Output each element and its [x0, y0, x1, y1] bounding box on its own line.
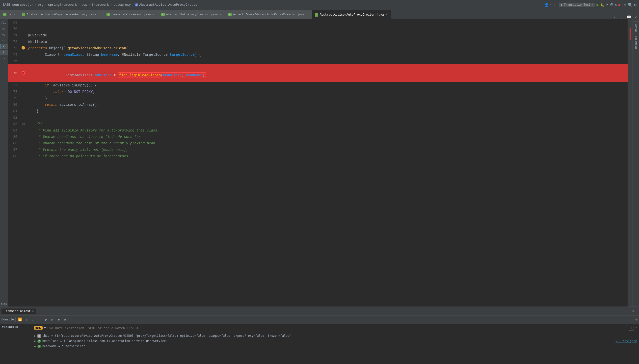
toolbar-icon-3[interactable]: ↓: [30, 317, 36, 322]
bottom-tab-bar: TransactionTest × ⚙ −: [0, 307, 639, 316]
eval-input[interactable]: [47, 326, 627, 330]
settings-gear[interactable]: ⚙: [632, 309, 634, 313]
code-80: return advisors.toArray();: [26, 102, 628, 108]
code-line-75: 75: [8, 58, 628, 64]
var-toggle-beanclass[interactable]: ▶: [34, 340, 36, 343]
breadcrumb-org[interactable]: org: [38, 3, 44, 7]
navigate-link-beanclass[interactable]: ... Navigate: [616, 339, 637, 343]
gutter-69: [20, 19, 26, 26]
toolbar-icon-5[interactable]: ↻: [43, 317, 48, 322]
line-num-78: 78: [8, 89, 20, 95]
eval-expand-button[interactable]: ▾: [635, 326, 637, 330]
breadcrumb-autoproxy[interactable]: autoproxy: [114, 3, 131, 7]
tab-1-close[interactable]: ×: [13, 13, 16, 16]
tab-2[interactable]: C AbstractAutowireCapableBeanFactory.jav…: [19, 10, 104, 19]
tab-4[interactable]: C AbstractAutoProxyCreator.java ×: [158, 10, 225, 19]
breadcrumb-framework[interactable]: framework: [92, 3, 109, 7]
database-tab[interactable]: Database: [634, 34, 638, 51]
restore-layout-button[interactable]: ⊡: [636, 318, 638, 322]
var-row-this[interactable]: ▶ ≡ this = {InfrastructureAdvisorAutoPro…: [32, 333, 639, 338]
gutter-73: [20, 45, 26, 52]
tab-5-close[interactable]: ×: [306, 13, 308, 16]
debug-tab-close[interactable]: ×: [32, 310, 34, 313]
breadcrumb-aop[interactable]: aop: [82, 3, 87, 7]
right-scroll-area: [628, 19, 632, 306]
sidebar-item-7[interactable]: tx: [2, 56, 6, 61]
checkmark-icon[interactable]: ✓: [633, 15, 639, 19]
tab-6-close[interactable]: ×: [386, 13, 388, 17]
bc-sep-2: ›: [45, 3, 47, 7]
scroll-indicator[interactable]: [630, 28, 631, 40]
code-84: * Find all eligible Advisors for auto-pr…: [26, 127, 628, 134]
breakpoint-red-76[interactable]: [22, 71, 25, 74]
bc-sep-5: ›: [110, 3, 112, 7]
profile-button[interactable]: ⏱: [610, 3, 613, 7]
settings-button[interactable]: ⚙: [634, 2, 636, 8]
tab-more-button[interactable]: ⋮: [618, 15, 625, 19]
toolbar-icon-table[interactable]: ⊞: [56, 317, 61, 322]
toolbar-icon-4[interactable]: ↑: [36, 317, 42, 322]
variables-sidebar: Variables: [0, 324, 32, 364]
sidebar-item-4[interactable]: so: [2, 38, 6, 43]
gutter-71: [20, 32, 26, 39]
breadcrumb-class[interactable]: AbstractAdvisorAutoProxyCreator: [139, 3, 199, 7]
highlighted-call: findEligibleAdvisors(beanClass, beanName…: [118, 72, 206, 78]
sidebar-item-uries[interactable]: ries: [0, 302, 7, 306]
tab-5[interactable]: C AspectJAwareAdvisorAutoProxyCreator.ja…: [225, 10, 312, 19]
sidebar-item-6[interactable]: C: [0, 50, 8, 55]
var-row-beanclass[interactable]: ▶ P beanClass = {Class@1833} "class com.…: [32, 338, 639, 344]
sidebar-item-3[interactable]: my: [2, 32, 6, 37]
filter-icon[interactable]: ▼: [44, 326, 46, 330]
debug-tab-text: TransactionTest: [4, 310, 31, 313]
code-78: return DO_NOT_PROXY;: [26, 89, 628, 95]
tab-overflow-button[interactable]: ▾: [612, 15, 618, 19]
console-label[interactable]: Console: [2, 318, 14, 322]
tab-1-label: .a: [8, 13, 12, 16]
bottom-panel: TransactionTest × ⚙ − Console ⏫ ↑ ↓ ↑ ↻ …: [0, 306, 639, 364]
toolbar-icon-1[interactable]: ⏫: [17, 317, 22, 322]
tab-1[interactable]: C .a ×: [0, 10, 19, 19]
stop-button[interactable]: ■: [618, 3, 621, 7]
tab-1-icon: C: [3, 13, 6, 16]
line-num-76: 76: [8, 64, 20, 82]
minimize-panel[interactable]: −: [636, 309, 638, 313]
tab-3-icon: I: [106, 13, 110, 16]
var-beanname-text: beanName = "userService": [42, 344, 637, 348]
sidebar-item-5[interactable]: C: [0, 44, 8, 49]
bookmark-icon[interactable]: 📖: [625, 15, 633, 19]
tab-2-close[interactable]: ×: [98, 13, 100, 16]
bc-sep-3: ›: [78, 3, 80, 7]
tab-3-close[interactable]: ×: [152, 13, 155, 16]
sidebar-item-2[interactable]: ac: [2, 26, 6, 31]
breakpoint-orange-73[interactable]: [22, 46, 25, 50]
breadcrumb-jar[interactable]: EASE-sources.jar: [2, 3, 34, 7]
tab-3[interactable]: I BeanPostProcessor.java ×: [104, 10, 158, 19]
user-settings-button[interactable]: 👤 ▾: [544, 3, 551, 7]
toolbar-icon-6[interactable]: ⇄: [49, 317, 55, 322]
tab-4-close[interactable]: ×: [219, 13, 222, 16]
coverage-button[interactable]: ☂: [606, 3, 608, 7]
left-sidebar: /ld ac my so C C tx ries: [0, 19, 8, 306]
var-toggle-beanname[interactable]: ▶: [34, 345, 36, 348]
var-toggle-this[interactable]: ▶: [34, 334, 36, 338]
line-num-80: 80: [8, 102, 20, 108]
back-button[interactable]: ←: [552, 2, 558, 8]
maven-tab[interactable]: Maven: [634, 21, 638, 34]
toolbar-icon-2[interactable]: ↑: [24, 317, 29, 322]
debug-button[interactable]: 🐛: [600, 3, 604, 7]
toolbar-icon-clear[interactable]: ⊟: [62, 317, 68, 322]
sidebar-item-1[interactable]: /ld: [1, 20, 7, 25]
eval-add-button[interactable]: +: [629, 326, 634, 330]
var-row-beanname[interactable]: ▶ P beanName = "userService": [32, 344, 639, 349]
code-line-82: 82: [8, 114, 628, 121]
tab-6[interactable]: C AbstractAdvisorAutoProxyCreator.java ×: [312, 10, 391, 19]
gutter-84: [20, 127, 26, 134]
run-config-selector[interactable]: ▶ TransactionTest ▾: [559, 3, 595, 7]
breadcrumb-springframework[interactable]: springframework: [48, 3, 77, 7]
debug-tab-label[interactable]: TransactionTest ×: [2, 308, 36, 314]
search-button[interactable]: 🔍: [628, 2, 632, 8]
run-button[interactable]: ▶: [597, 2, 599, 8]
translate-button[interactable]: ⌨: [624, 2, 626, 8]
refresh-button[interactable]: ↻: [615, 3, 617, 7]
line-num-73: 73: [8, 45, 20, 52]
